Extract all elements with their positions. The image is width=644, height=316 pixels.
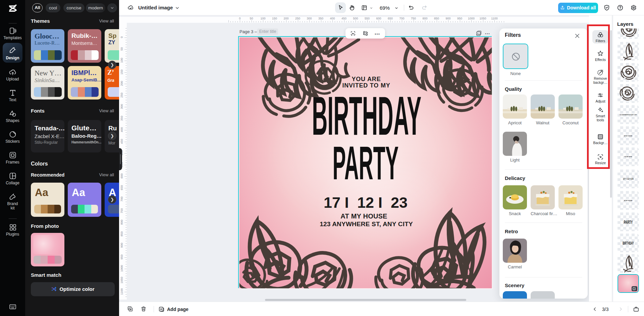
svg-text:PARTY: PARTY <box>333 136 399 189</box>
svg-text:123 ANYWHERE ST, ANY CITY: 123 ANYWHERE ST, ANY CITY <box>320 220 413 228</box>
svg-text:17 I 12 I 23: 17 I 12 I 23 <box>324 194 408 211</box>
svg-text:YOU ARE: YOU ARE <box>352 76 381 82</box>
svg-text:AT MY HOUSE: AT MY HOUSE <box>340 212 387 220</box>
